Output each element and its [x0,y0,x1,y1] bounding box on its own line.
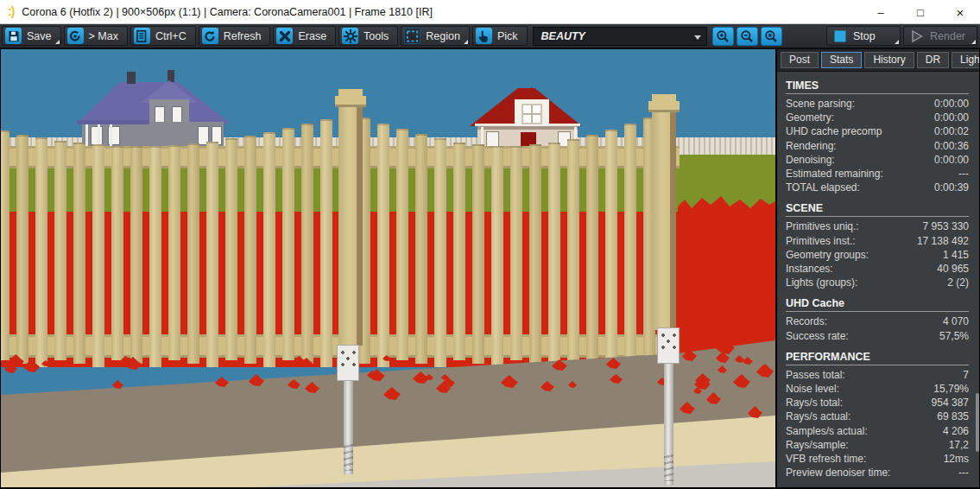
stat-row: Rays/s actual:69 835 [777,410,979,423]
fence-picket [567,139,579,360]
fence-picket [434,138,446,367]
stats-content: TIMESScene parsing:0:00:00Geometry:0:00:… [777,79,979,479]
tab-post[interactable]: Post [781,52,819,68]
stat-value: 0:00:02 [934,124,969,138]
stat-row: Denoising:0:00:00 [777,153,979,167]
stat-row: Primitives uniq.:7 953 330 [777,219,979,233]
stat-value: 2 (2) [947,276,969,289]
save-label: Save [27,30,52,42]
tools-button[interactable]: Tools [338,26,398,46]
zoom-reset-button[interactable] [761,27,782,46]
stop-button[interactable]: Stop [826,26,901,46]
region-button[interactable]: Region [401,26,470,46]
copy-label: Ctrl+C [155,30,187,42]
stat-label: UHD cache precomp [786,124,882,138]
fence-picket [244,136,256,364]
tab-history[interactable]: History [864,52,914,68]
render-element-dropdown[interactable]: BEAUTY [533,27,707,46]
stat-row: Primitives inst.:17 138 492 [777,234,979,248]
fence-picket [453,143,465,361]
house-window [91,126,103,145]
stat-label: Rays/sample: [786,438,849,452]
stat-label: TOTAL elapsed: [786,181,860,194]
fence-picket [187,143,199,364]
stat-label: Lights (groups): [786,276,857,289]
fence-picket [35,137,47,367]
refresh-label: Refresh [224,30,262,42]
stat-row: Rays/sample:17,2 [777,438,979,452]
panel-tabs: PostStatsHistoryDRLightMix [777,49,979,72]
stats-panel: PostStatsHistoryDRLightMix TIMESScene pa… [777,49,979,487]
max-button[interactable]: > Max [64,26,128,46]
refresh-button[interactable]: Refresh [199,26,271,46]
erase-icon [276,28,293,44]
fence-picket [472,144,484,364]
stat-value: 0:00:00 [934,153,969,167]
save-button[interactable]: Save [2,26,61,46]
titlebar: :) Corona 6 (Hotfix 2) | 900×506px (1:1)… [0,0,980,24]
stat-row: UHD cache precomp0:00:02 [777,124,979,138]
fence-picket [1,130,9,360]
fence-picket [301,124,313,364]
window-controls: – □ × [861,0,980,24]
stat-value: 0:00:36 [934,139,969,153]
post-anchor-plate [337,345,359,381]
toolbar: Save> MaxCtrl+CRefreshEraseToolsRegionPi… [0,24,980,49]
render-button[interactable]: Render [903,26,977,46]
stat-row: Estimated remaining:--- [777,167,979,181]
stat-value: 954 387 [932,396,969,410]
tab-stats[interactable]: Stats [821,52,862,68]
section-title: PERFORMANCE [786,351,969,365]
stat-label: Denoising: [786,153,835,167]
flower-field [678,194,775,341]
stat-value: 7 953 330 [923,219,969,233]
ground-screw-threads [664,452,673,481]
zoom-out-button[interactable] [737,27,758,46]
fence-picket [130,146,142,364]
stat-label: Samples/s actual: [786,424,868,438]
gear-icon [342,28,358,44]
zoom-buttons [712,27,782,46]
close-button[interactable]: × [940,0,980,24]
stat-label: Preview denoiser time: [786,466,890,479]
zoom-in-button[interactable] [712,27,734,46]
stat-value: 4 070 [943,314,969,328]
erase-button[interactable]: Erase [273,26,336,46]
erase-label: Erase [298,30,326,42]
stat-value: 4 206 [943,424,969,438]
pick-label: Pick [497,30,518,42]
stat-value: 57,5% [939,329,969,343]
chevron-down-icon [694,35,701,40]
window-title: Corona 6 (Hotfix 2) | 900×506px (1:1) | … [22,6,433,18]
stat-label: Rays/s actual: [786,410,850,423]
maximize-button[interactable]: □ [901,0,940,24]
app-window: :) Corona 6 (Hotfix 2) | 900×506px (1:1)… [0,0,980,489]
porch-shadow [477,126,578,130]
stat-row: Geometry:0:00:00 [777,111,979,124]
fence-post [338,107,363,346]
stat-value: 69 835 [937,410,969,423]
section-title: UHD Cache [786,297,969,312]
tab-dr[interactable]: DR [917,52,949,68]
scrollbar[interactable] [976,393,979,452]
stat-label: Primitives inst.: [786,234,856,248]
pick-button[interactable]: Pick [472,26,528,46]
fence-picket [263,132,275,367]
fence-picket [54,141,66,360]
fence-picket [168,145,180,360]
stat-value: 0:00:00 [934,97,969,111]
tab-lightmix[interactable]: LightMix [952,52,979,68]
stat-label: Geometry: [786,111,834,124]
fence-picket [415,134,427,364]
copy-icon [134,28,150,44]
render-viewport[interactable] [1,49,775,487]
render-element-value: BEAUTY [541,30,585,42]
stat-row: Lights (groups):2 (2) [777,276,979,289]
tools-label: Tools [364,30,389,42]
copy-button[interactable]: Ctrl+C [130,26,196,46]
chimney [127,72,136,84]
dormer-window [522,104,542,124]
fence-post-cap [652,94,676,103]
refresh-icon [202,28,218,44]
minimize-button[interactable]: – [861,0,901,24]
